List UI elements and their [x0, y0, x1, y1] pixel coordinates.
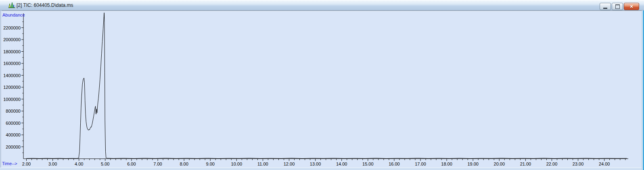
tic-trace — [27, 13, 627, 159]
y-tick-label: 200000 — [6, 145, 21, 149]
y-tick-label: 1600000 — [3, 61, 21, 66]
x-tick-label: 11.00 — [257, 162, 268, 166]
y-tick-label: 1200000 — [3, 85, 21, 90]
x-tick-label: 10.00 — [231, 162, 243, 166]
x-tick-label: 17.00 — [415, 162, 426, 166]
y-tick-label: 1400000 — [3, 73, 21, 78]
x-tick-label: 23.00 — [573, 162, 584, 166]
x-tick-label: 14.00 — [336, 162, 347, 166]
y-tick-label: 400000 — [6, 132, 21, 137]
x-tick-label: 12.00 — [284, 162, 295, 166]
x-tick-label: 5.00 — [101, 162, 109, 166]
x-tick-label: 18.00 — [441, 162, 452, 166]
y-tick-label: 800000 — [6, 109, 21, 113]
x-tick-label: 6.00 — [127, 162, 136, 166]
x-tick-label: 2.00 — [22, 162, 31, 166]
x-tick-label: 16.00 — [389, 162, 400, 166]
x-tick-label: 13.00 — [310, 162, 321, 166]
x-tick-label: 24.00 — [599, 162, 610, 166]
x-axis-label: Time--> — [2, 161, 17, 166]
x-tick-label: 7.00 — [153, 162, 162, 166]
x-tick-label: 8.00 — [180, 162, 188, 166]
x-tick-label: 19.00 — [467, 162, 479, 166]
x-tick-label: 20.00 — [494, 162, 505, 166]
y-tick-label: 2000000 — [3, 37, 21, 42]
chromatogram-plot[interactable]: 2.003.004.005.006.007.008.009.0010.0011.… — [0, 0, 644, 170]
y-tick-label: 1000000 — [3, 97, 21, 102]
y-tick-label: 2200000 — [3, 25, 21, 30]
chromatogram-window: [2] TIC: 604405.D\data.ms ✕ 2.003.004.00… — [0, 0, 644, 170]
x-tick-label: 21.00 — [520, 162, 531, 166]
x-tick-label: 3.00 — [48, 162, 57, 166]
y-tick-label: 600000 — [6, 121, 21, 126]
x-tick-label: 22.00 — [546, 162, 558, 166]
x-tick-label: 9.00 — [206, 162, 214, 166]
y-tick-label: 1800000 — [3, 49, 21, 54]
x-tick-label: 15.00 — [362, 162, 374, 166]
x-tick-label: 4.00 — [75, 162, 83, 166]
y-axis-label: Abundance — [2, 13, 25, 17]
